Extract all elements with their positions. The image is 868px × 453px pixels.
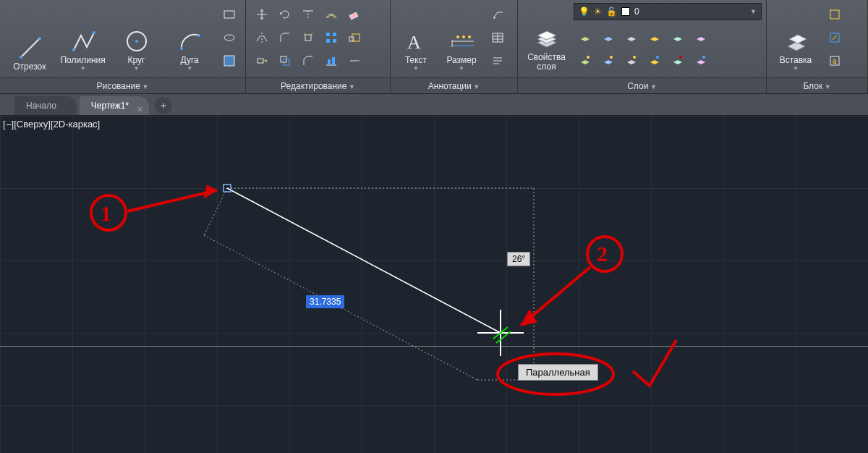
panel-block-title[interactable]: Блок <box>767 77 867 93</box>
chamfer-button[interactable] <box>298 51 318 71</box>
hatch-button[interactable] <box>219 51 239 71</box>
callout-2: 2 <box>597 242 608 266</box>
fillet-button[interactable] <box>275 27 295 48</box>
layer-off-button[interactable] <box>575 26 595 46</box>
dimension-icon <box>449 29 474 54</box>
layer-unisolate-button[interactable] <box>668 49 688 69</box>
align-button[interactable] <box>321 51 341 71</box>
line-button[interactable]: Отрезок <box>4 3 55 75</box>
drawing-overlay <box>0 116 868 453</box>
chevron-down-icon: ▼ <box>459 65 464 72</box>
svg-point-74 <box>587 237 622 271</box>
layer-current-name: 0 <box>634 7 746 17</box>
svg-rect-22 <box>333 39 336 43</box>
svg-point-10 <box>224 35 234 41</box>
layer-isolate-button[interactable] <box>668 26 688 46</box>
svg-point-3 <box>72 48 75 51</box>
panel-modify-title[interactable]: Редактирование <box>246 77 390 93</box>
copy-button[interactable] <box>275 51 295 71</box>
layer-thaw-button[interactable] <box>598 49 618 69</box>
svg-rect-66 <box>224 185 231 192</box>
panel-modify: Редактирование <box>246 0 391 93</box>
dynamic-distance-input[interactable]: 31.7335 <box>306 295 344 308</box>
svg-line-63 <box>204 235 477 380</box>
polyline-button[interactable]: Полилиния ▼ <box>58 3 109 75</box>
layer-color-swatch <box>621 7 630 16</box>
svg-point-51 <box>633 56 636 59</box>
layer-prev-button[interactable] <box>691 26 711 46</box>
tab-drawing-label: Чертеж1* <box>91 101 129 111</box>
svg-point-4 <box>93 31 95 34</box>
layer-dropdown[interactable]: 💡 ☀ 🔓 0 ▼ <box>574 3 762 20</box>
layer-freeze-button[interactable] <box>598 26 618 46</box>
layer-walk-button[interactable] <box>691 49 711 69</box>
svg-marker-76 <box>521 310 537 326</box>
ribbon: Отрезок Полилиния ▼ Круг ▼ Дуга <box>0 0 868 94</box>
chevron-down-icon: ▼ <box>133 65 139 72</box>
draw-extras <box>218 3 241 72</box>
svg-point-54 <box>702 56 705 59</box>
tab-home[interactable]: Начало <box>14 96 77 115</box>
move-button[interactable] <box>252 4 272 25</box>
svg-rect-19 <box>326 33 330 36</box>
explode-button[interactable] <box>298 27 318 48</box>
chevron-down-icon: ▼ <box>413 65 419 72</box>
layer-properties-button[interactable]: Свойства слоя <box>522 3 571 75</box>
circle-button[interactable]: Круг ▼ <box>111 3 162 75</box>
svg-rect-11 <box>224 56 234 66</box>
svg-point-53 <box>679 56 682 59</box>
svg-text:A: A <box>407 32 421 53</box>
trim-button[interactable] <box>298 4 318 25</box>
layer-on-button[interactable] <box>575 49 595 69</box>
layer-lock-button[interactable] <box>621 26 642 46</box>
panel-layers-title[interactable]: Слои <box>518 77 766 93</box>
svg-line-75 <box>521 267 590 326</box>
circle-label: Круг <box>127 55 145 65</box>
panel-draw: Отрезок Полилиния ▼ Круг ▼ Дуга <box>0 0 246 93</box>
arc-button[interactable]: Дуга ▼ <box>164 3 215 75</box>
svg-rect-20 <box>333 33 336 36</box>
block-edit-button[interactable] <box>825 27 845 48</box>
insert-button[interactable]: Вставка ▼ <box>771 3 820 75</box>
scale-button[interactable] <box>344 27 365 48</box>
stretch-button[interactable] <box>252 51 272 71</box>
line-icon <box>17 35 42 60</box>
new-tab-button[interactable]: ＋ <box>155 97 172 114</box>
drawing-canvas[interactable]: [‒][Сверху][2D-каркас] <box>0 116 868 453</box>
layer-unlock-button[interactable] <box>621 49 642 69</box>
mtext-button[interactable] <box>488 51 508 71</box>
view-label[interactable]: [‒][Сверху][2D-каркас] <box>3 119 100 130</box>
ellipse-button[interactable] <box>219 27 239 48</box>
svg-point-1 <box>20 56 22 59</box>
layer-current-button[interactable] <box>644 49 665 69</box>
panel-annotation-title[interactable]: Аннотации <box>391 77 517 93</box>
block-attr-button[interactable]: a <box>825 51 845 71</box>
erase-button[interactable] <box>344 4 365 25</box>
chevron-down-icon: ▼ <box>80 65 86 72</box>
layer-properties-label: Свойства слоя <box>527 53 566 72</box>
lengthen-button[interactable] <box>344 51 365 71</box>
table-button[interactable] <box>488 27 508 48</box>
line-label: Отрезок <box>13 62 46 72</box>
panel-draw-title[interactable]: Рисование <box>0 77 245 93</box>
svg-line-57 <box>833 35 837 40</box>
svg-point-71 <box>91 195 126 230</box>
leader-button[interactable] <box>488 4 508 25</box>
tab-drawing[interactable]: Чертеж1* ✕ <box>80 96 149 115</box>
dimension-button[interactable]: Размер ▼ <box>440 3 483 75</box>
text-button[interactable]: A Текст ▼ <box>395 3 437 75</box>
dimension-label: Размер <box>446 55 476 65</box>
layer-match-button[interactable] <box>644 26 665 46</box>
rotate-button[interactable] <box>275 4 295 25</box>
svg-rect-23 <box>349 37 354 41</box>
dynamic-angle-box: 26° <box>507 252 530 266</box>
layer-lock-icon: 🔓 <box>606 7 617 17</box>
layer-sun-icon: ☀ <box>594 7 602 17</box>
offset-button[interactable] <box>321 4 341 25</box>
block-extras: a <box>823 3 846 72</box>
text-icon: A <box>404 29 428 54</box>
block-create-button[interactable] <box>825 4 845 25</box>
rectangle-button[interactable] <box>219 4 239 25</box>
mirror-button[interactable] <box>252 27 272 48</box>
array-button[interactable] <box>321 27 341 48</box>
